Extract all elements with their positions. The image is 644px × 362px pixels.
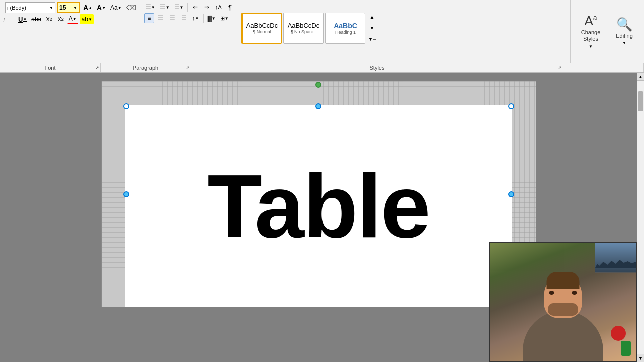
separator-2 — [203, 14, 204, 23]
style-normal[interactable]: AaBbCcDc ¶ Normal — [242, 13, 282, 44]
change-styles-button[interactable]: Aa Change Styles ▼ — [574, 14, 608, 49]
superscript-button[interactable]: X2 — [56, 14, 66, 24]
handle-top-center[interactable] — [315, 103, 321, 109]
highlight-button[interactable]: ab▼ — [80, 14, 94, 24]
paragraph-group: ☰▼ ☰▼ ☰▼ ⇐ ⇒ ↕A ¶ ≡ ☰ ☰ ☰ ↕▼ ▓▼ ⊞▼ — [141, 0, 239, 63]
numbering-button[interactable]: ☰▼ — [158, 2, 171, 12]
person-body — [523, 311, 603, 361]
editing-icon: 🔍 — [616, 18, 632, 31]
main-document-text: Table — [207, 155, 430, 258]
font-row-1: i (Body) ▼ 15 ▼ A▲ A▼ Aa▼ ⌫ — [5, 2, 138, 13]
handle-top-right[interactable] — [508, 103, 514, 109]
handle-mid-right[interactable] — [508, 191, 514, 197]
styles-group: AaBbCcDc ¶ Normal AaBbCcDc ¶ No Spaci...… — [238, 0, 571, 63]
no-spacing-preview: AaBbCcDc — [288, 22, 320, 29]
align-right-button[interactable]: ☰ — [168, 13, 178, 23]
skyline — [595, 258, 636, 268]
paragraph-group-footer: Paragraph ↗ — [101, 63, 191, 72]
font-size-arrow: ▼ — [73, 6, 77, 10]
heading1-preview: AaBbC — [334, 22, 357, 30]
justify-button[interactable]: ☰ — [179, 13, 189, 23]
font-name-arrow: ▼ — [49, 6, 53, 10]
styles-expand-icon[interactable]: ↗ — [558, 65, 562, 70]
scroll-down-button[interactable]: ▼ — [637, 354, 644, 362]
person-area — [513, 260, 613, 361]
style-no-spacing[interactable]: AaBbCcDc ¶ No Spaci... — [283, 13, 324, 44]
change-styles-arrow: ▼ — [589, 44, 593, 49]
scroll-up-button[interactable]: ▲ — [637, 73, 644, 81]
font-color-button[interactable]: A▼ — [67, 14, 78, 24]
action-group: Aa Change Styles ▼ 🔍 Editing ▼ — [571, 0, 642, 63]
person-hair — [546, 272, 579, 289]
green-item — [621, 341, 631, 356]
font-size-dropdown[interactable]: 15 ▼ — [57, 2, 80, 13]
para-row-1: ☰▼ ☰▼ ☰▼ ⇐ ⇒ ↕A ¶ — [144, 2, 235, 12]
styles-scroll-down[interactable]: ▼ — [367, 23, 377, 33]
font-group: i (Body) ▼ 15 ▼ A▲ A▼ Aa▼ ⌫ I U▼ abc X2 — [2, 0, 141, 63]
heading1-label: Heading 1 — [335, 30, 356, 35]
grow-font-button[interactable]: A▲ — [82, 3, 94, 13]
editing-arrow: ▼ — [622, 41, 626, 45]
decorative-items — [611, 326, 631, 356]
handle-green-top[interactable] — [315, 82, 321, 88]
video-thumbnail — [595, 243, 636, 273]
person-eyes — [549, 291, 577, 297]
cursor-area: I — [3, 17, 13, 23]
main-area: Table ▲ ▼ — [0, 73, 644, 362]
paragraph-expand-icon[interactable]: ↗ — [186, 65, 190, 70]
no-spacing-label: ¶ No Spaci... — [291, 29, 316, 34]
shrink-font-button[interactable]: A▼ — [95, 3, 107, 13]
multilevel-button[interactable]: ☰▼ — [173, 2, 185, 12]
person-head — [544, 276, 582, 318]
bullets-button[interactable]: ☰▼ — [144, 2, 157, 12]
thumbnail-bg — [595, 243, 636, 272]
pilcrow-button[interactable]: ¶ — [225, 2, 235, 12]
handle-top-left[interactable] — [123, 103, 129, 109]
align-left-button[interactable]: ≡ — [144, 13, 154, 23]
change-styles-icon: Aa — [584, 14, 597, 27]
normal-preview: AaBbCcDc — [246, 22, 278, 29]
ribbon-main-row: i (Body) ▼ 15 ▼ A▲ A▼ Aa▼ ⌫ I U▼ abc X2 — [0, 0, 644, 63]
eye-right — [572, 291, 577, 295]
increase-indent-button[interactable]: ⇒ — [202, 2, 212, 12]
underline-button[interactable]: U▼ — [17, 14, 28, 24]
strikethrough-button[interactable]: abc — [30, 14, 42, 24]
eye-left — [549, 291, 554, 295]
actions-group-footer — [564, 63, 644, 72]
font-group-footer: Font ↗ — [0, 63, 101, 72]
line-spacing-button[interactable]: ↕▼ — [191, 13, 201, 23]
font-row-2: I U▼ abc X2 X2 A▼ ab▼ — [5, 14, 138, 24]
handle-mid-left[interactable] — [123, 191, 129, 197]
change-case-button[interactable]: Aa▼ — [109, 3, 123, 13]
editing-button[interactable]: 🔍 Editing ▼ — [610, 14, 639, 49]
content-area: Table — [125, 105, 512, 307]
styles-scroll-controls: ▲ ▼ ▼─ — [367, 12, 377, 44]
scroll-track — [637, 81, 644, 354]
red-item — [611, 326, 626, 341]
selection-container: Table — [101, 81, 536, 307]
table-text-container: Table — [125, 105, 512, 307]
video-overlay — [489, 242, 637, 362]
styles-group-footer: Styles ↗ — [191, 63, 564, 72]
styles-scroll-up[interactable]: ▲ — [367, 12, 377, 22]
clear-formatting-button[interactable]: ⌫ — [125, 3, 138, 13]
scroll-thumb[interactable] — [638, 91, 643, 111]
person-beard — [548, 303, 578, 316]
separator-1 — [187, 3, 188, 12]
sort-button[interactable]: ↕A — [213, 2, 223, 12]
align-center-button[interactable]: ☰ — [156, 13, 166, 23]
font-name-dropdown[interactable]: i (Body) ▼ — [5, 2, 55, 13]
font-expand-icon[interactable]: ↗ — [95, 65, 99, 70]
subscript-button[interactable]: X2 — [44, 14, 54, 24]
ribbon: i (Body) ▼ 15 ▼ A▲ A▼ Aa▼ ⌫ I U▼ abc X2 — [0, 0, 644, 73]
vertical-scrollbar[interactable]: ▲ ▼ — [637, 73, 644, 362]
decrease-indent-button[interactable]: ⇐ — [190, 2, 200, 12]
shading-button[interactable]: ▓▼ — [206, 13, 217, 23]
styles-more[interactable]: ▼─ — [367, 34, 377, 44]
borders-button[interactable]: ⊞▼ — [219, 13, 230, 23]
change-styles-label: Change Styles — [576, 29, 605, 42]
style-heading1[interactable]: AaBbC Heading 1 — [325, 13, 365, 44]
editing-label: Editing — [616, 33, 633, 39]
group-footer-row: Font ↗ Paragraph ↗ Styles ↗ — [0, 63, 644, 72]
normal-label: ¶ Normal — [253, 29, 271, 34]
